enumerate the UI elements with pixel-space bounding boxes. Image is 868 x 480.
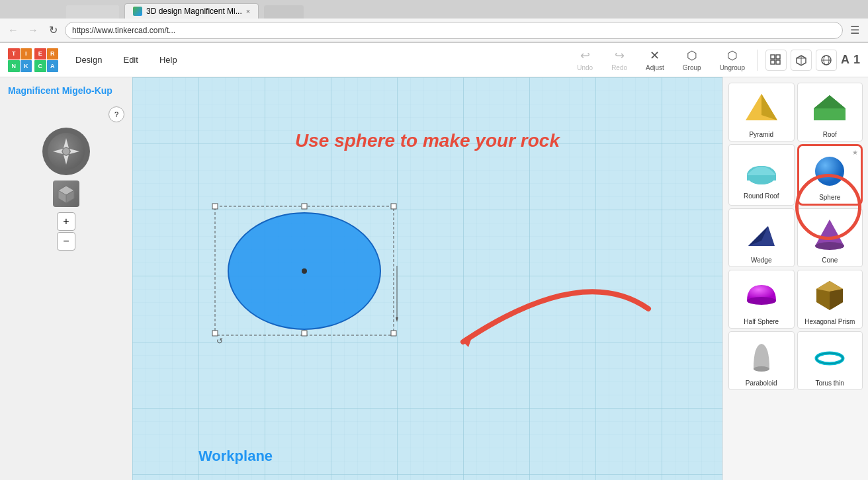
shape-item-hexagonal-prism[interactable]: Hexagonal Prism [797,270,863,329]
canvas-area[interactable]: Use sphere to make your rock [132,77,722,480]
instruction-text: Use sphere to make your rock [295,130,560,151]
ungroup-icon: ⬡ [727,48,738,63]
app-toolbar: T I N K E R C A Design Edit Help ↩ Undo … [0,43,868,77]
menu-items: Design Edit Help [66,51,187,69]
ungroup-label: Ungroup [720,64,745,71]
shape-item-torus[interactable]: Torus thin [797,331,863,390]
cube-3d-icon [56,184,76,204]
extensions-button[interactable]: ☰ [847,22,863,38]
zoom-controls: + − [57,212,75,251]
group-label: Group [683,64,701,71]
zoom-out-button[interactable]: − [57,232,75,251]
back-button[interactable]: ← [5,22,21,38]
tab-bar: 3D design Magnificent Mi... × [0,0,868,19]
logo-a: A [47,60,59,72]
shape-item-paraboloid[interactable]: Paraboloid [728,331,795,390]
shape-item-wedge[interactable]: Wedge [728,208,795,267]
svg-marker-11 [64,155,69,165]
shape-item-round-roof[interactable]: Round Roof [728,144,795,206]
nav-bar: ← → ↻ ☰ [0,19,868,42]
paraboloid-label: Paraboloid [746,380,777,387]
group-button[interactable]: ⬡ Group [676,46,708,74]
svg-point-33 [302,268,307,274]
letter-a-label: A [841,53,849,67]
shape-container[interactable]: ↺ ← [208,200,400,348]
wedge-icon [742,214,781,254]
menu-design[interactable]: Design [66,51,111,69]
svg-rect-22 [212,204,218,209]
adjust-label: Adjust [646,64,664,71]
wedge-label: Wedge [751,257,772,264]
svg-marker-29 [396,317,398,322]
help-button[interactable]: ? [108,106,124,122]
svg-rect-25 [212,331,218,336]
cube-icon [795,54,807,66]
half-sphere-icon [742,276,781,315]
tab-close-button[interactable]: × [246,7,250,15]
toolbar-actions: ↩ Undo ↪ Redo ✕ Adjust ⬡ Group ⬡ Ungroup [570,46,752,74]
shape-item-pyramid[interactable]: Pyramid [728,83,795,141]
shape-item-sphere[interactable]: Sphere ★ [797,144,863,206]
menu-help[interactable]: Help [150,51,187,69]
logo-r: R [47,48,59,60]
sphere-label: Sphere [819,194,840,201]
menu-edit[interactable]: Edit [114,51,147,69]
workplane-label: Workplane [198,448,273,465]
tinkercad-logo2: E R C A [34,48,58,72]
forward-button[interactable]: → [25,22,41,38]
left-panel: Magnificent Migelo-Kup ? [0,77,132,480]
grid-icon [770,54,782,66]
pyramid-label: Pyramid [749,131,773,138]
sphere-view-button[interactable] [816,50,837,71]
hexagonal-prism-label: Hexagonal Prism [804,318,855,325]
zoom-in-button[interactable]: + [57,212,75,231]
view-cube[interactable] [53,180,79,207]
paraboloid-icon [742,337,781,377]
hexagonal-prism-icon [810,276,849,315]
shape-item-half-sphere[interactable]: Half Sphere [728,270,795,329]
3d-view-button[interactable] [791,50,812,71]
redo-icon: ↪ [615,48,625,63]
reload-button[interactable]: ↻ [45,22,61,38]
svg-rect-24 [391,204,396,209]
logo-i: I [21,48,32,60]
main-area: Magnificent Migelo-Kup ? [0,77,868,480]
cone-icon [810,214,849,254]
logo-n: N [8,60,20,72]
torus-label: Torus thin [816,380,844,387]
svg-rect-23 [302,204,307,209]
sphere-view-icon [820,54,832,66]
sphere-star-icon[interactable]: ★ [852,149,858,156]
shape-with-selection: ↺ ← [208,200,400,345]
roof-icon [810,89,849,128]
number-1-label: 1 [853,53,860,67]
svg-marker-12 [53,149,63,154]
svg-rect-3 [776,60,780,64]
pyramid-icon [742,89,781,128]
shape-item-cone[interactable]: Cone [797,208,863,267]
project-name: Magnificent Migelo-Kup [8,85,124,96]
compass-control[interactable] [42,128,90,175]
svg-rect-27 [391,331,396,336]
group-icon: ⬡ [687,48,697,63]
nav-controls: + − [8,128,124,251]
address-bar[interactable] [65,22,843,39]
svg-point-14 [63,148,69,155]
logo-k: K [21,60,32,72]
view-controls: A 1 [757,50,860,71]
ungroup-button[interactable]: ⬡ Ungroup [713,46,752,74]
redo-button[interactable]: ↪ Redo [605,46,634,74]
round-roof-icon [742,150,781,190]
grid-view-button[interactable] [765,50,787,71]
round-roof-label: Round Roof [744,192,779,200]
shape-item-roof[interactable]: Roof [797,83,863,141]
logo-t: T [8,48,20,60]
tab-favicon [133,7,142,16]
compass-inner [48,133,85,170]
undo-button[interactable]: ↩ Undo [570,46,599,74]
app-container: T I N K E R C A Design Edit Help ↩ Undo … [0,43,868,480]
svg-rect-2 [771,60,775,64]
adjust-button[interactable]: ✕ Adjust [639,46,671,74]
compass-arrows-icon [50,135,83,168]
active-tab[interactable]: 3D design Magnificent Mi... × [124,3,259,19]
